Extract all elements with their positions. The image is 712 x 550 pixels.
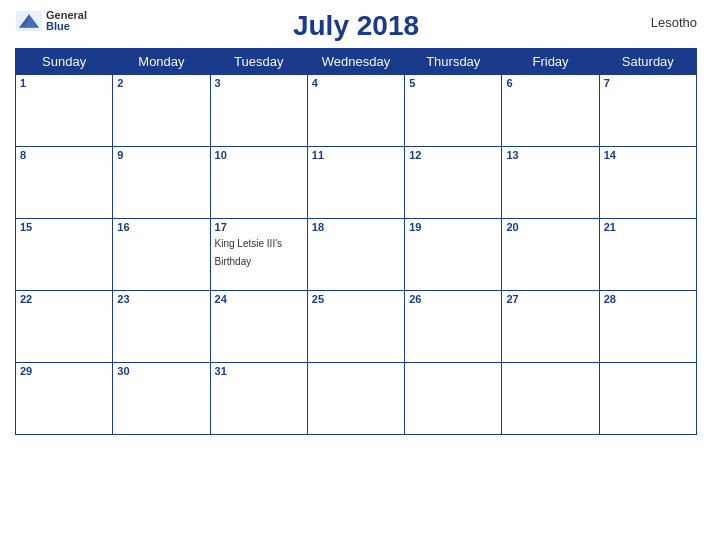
day-number: 21 (604, 221, 692, 233)
day-number: 6 (506, 77, 594, 89)
calendar-cell: 11 (307, 147, 404, 219)
week-row-1: 1234567 (16, 75, 697, 147)
calendar-cell: 17King Letsie III's Birthday (210, 219, 307, 291)
day-number: 8 (20, 149, 108, 161)
day-number: 4 (312, 77, 400, 89)
calendar-cell: 21 (599, 219, 696, 291)
day-number: 7 (604, 77, 692, 89)
calendar-cell: 27 (502, 291, 599, 363)
calendar-cell: 20 (502, 219, 599, 291)
day-number: 16 (117, 221, 205, 233)
calendar-cell: 26 (405, 291, 502, 363)
calendar-cell: 25 (307, 291, 404, 363)
calendar-cell: 16 (113, 219, 210, 291)
day-number: 14 (604, 149, 692, 161)
day-number: 10 (215, 149, 303, 161)
day-number: 13 (506, 149, 594, 161)
calendar-cell (307, 363, 404, 435)
day-number: 29 (20, 365, 108, 377)
day-number: 2 (117, 77, 205, 89)
calendar-cell: 24 (210, 291, 307, 363)
weekday-header-saturday: Saturday (599, 49, 696, 75)
weekday-header-wednesday: Wednesday (307, 49, 404, 75)
calendar-cell: 1 (16, 75, 113, 147)
calendar-cell: 4 (307, 75, 404, 147)
country-label: Lesotho (651, 15, 697, 30)
calendar-cell: 28 (599, 291, 696, 363)
calendar-cell: 22 (16, 291, 113, 363)
calendar-cell: 8 (16, 147, 113, 219)
calendar-cell (599, 363, 696, 435)
calendar-cell: 14 (599, 147, 696, 219)
month-title: July 2018 (293, 10, 419, 42)
day-number: 15 (20, 221, 108, 233)
day-number: 17 (215, 221, 303, 233)
day-number: 1 (20, 77, 108, 89)
day-number: 28 (604, 293, 692, 305)
day-number: 3 (215, 77, 303, 89)
calendar-cell: 10 (210, 147, 307, 219)
day-number: 11 (312, 149, 400, 161)
day-number: 19 (409, 221, 497, 233)
day-number: 18 (312, 221, 400, 233)
day-number: 5 (409, 77, 497, 89)
day-number: 12 (409, 149, 497, 161)
calendar-cell: 31 (210, 363, 307, 435)
calendar-header: General Blue July 2018 Lesotho (15, 10, 697, 42)
calendar-cell: 5 (405, 75, 502, 147)
day-number: 23 (117, 293, 205, 305)
calendar-cell: 18 (307, 219, 404, 291)
calendar-cell: 7 (599, 75, 696, 147)
day-number: 27 (506, 293, 594, 305)
week-row-2: 891011121314 (16, 147, 697, 219)
calendar-cell: 3 (210, 75, 307, 147)
week-row-4: 22232425262728 (16, 291, 697, 363)
calendar-cell: 13 (502, 147, 599, 219)
week-row-5: 293031 (16, 363, 697, 435)
calendar-cell: 23 (113, 291, 210, 363)
weekday-header-friday: Friday (502, 49, 599, 75)
logo-text-blue: Blue (46, 21, 87, 32)
calendar-cell: 19 (405, 219, 502, 291)
calendar-cell: 12 (405, 147, 502, 219)
event-text: King Letsie III's Birthday (215, 238, 283, 267)
day-number: 25 (312, 293, 400, 305)
day-number: 31 (215, 365, 303, 377)
calendar-cell (405, 363, 502, 435)
weekday-header-tuesday: Tuesday (210, 49, 307, 75)
day-number: 9 (117, 149, 205, 161)
calendar-cell: 6 (502, 75, 599, 147)
weekday-header-row: SundayMondayTuesdayWednesdayThursdayFrid… (16, 49, 697, 75)
calendar-table: SundayMondayTuesdayWednesdayThursdayFrid… (15, 48, 697, 435)
day-number: 26 (409, 293, 497, 305)
calendar-cell: 9 (113, 147, 210, 219)
calendar-cell: 30 (113, 363, 210, 435)
day-number: 24 (215, 293, 303, 305)
weekday-header-sunday: Sunday (16, 49, 113, 75)
calendar-cell: 2 (113, 75, 210, 147)
weekday-header-monday: Monday (113, 49, 210, 75)
day-number: 20 (506, 221, 594, 233)
week-row-3: 151617King Letsie III's Birthday18192021 (16, 219, 697, 291)
calendar-cell: 29 (16, 363, 113, 435)
calendar-cell: 15 (16, 219, 113, 291)
calendar-container: General Blue July 2018 Lesotho SundayMon… (0, 0, 712, 550)
calendar-cell (502, 363, 599, 435)
logo-icon (15, 11, 43, 31)
logo: General Blue (15, 10, 87, 32)
weekday-header-thursday: Thursday (405, 49, 502, 75)
day-number: 22 (20, 293, 108, 305)
day-number: 30 (117, 365, 205, 377)
